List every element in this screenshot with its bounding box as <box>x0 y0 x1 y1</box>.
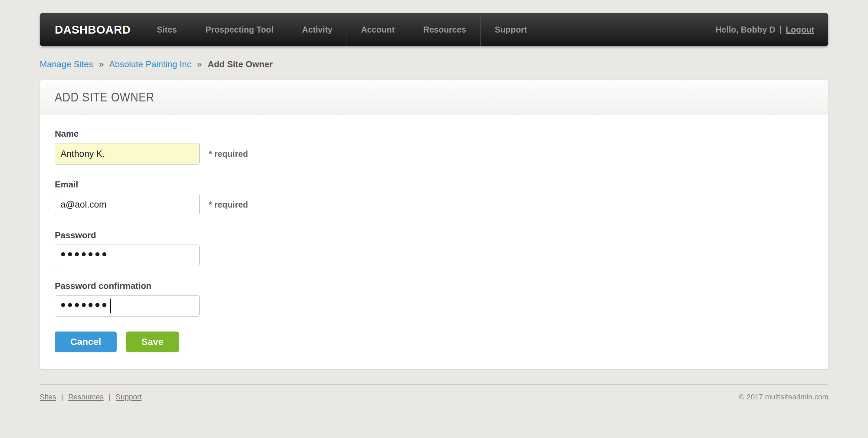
footer-link-support[interactable]: Support <box>116 393 142 401</box>
breadcrumb-manage-sites[interactable]: Manage Sites <box>40 59 93 69</box>
password-confirmation-mask-dots: ••••••• <box>61 298 108 312</box>
breadcrumb-site-name[interactable]: Absolute Painting Inc <box>109 59 191 69</box>
card-body: Name * required Email * required Passwor… <box>40 115 828 369</box>
copyright-text: © 2017 multisiteadmin.com <box>739 393 828 401</box>
form-buttons: Cancel Save <box>55 332 813 352</box>
password-label: Password <box>55 230 813 240</box>
name-required-note: * required <box>209 149 248 159</box>
email-label: Email <box>55 179 813 190</box>
nav-brand[interactable]: DASHBOARD <box>40 13 131 46</box>
form-group-name: Name * required <box>55 129 813 165</box>
footer-separator: | <box>61 393 63 401</box>
name-label: Name <box>55 129 813 139</box>
password-mask-dots: ••••••• <box>61 247 108 262</box>
breadcrumb-separator: » <box>197 59 202 69</box>
name-input[interactable] <box>55 143 200 165</box>
password-confirmation-input[interactable]: ••••••• <box>55 295 200 317</box>
footer-divider <box>40 384 828 384</box>
top-nav: DASHBOARD Sites Prospecting Tool Activit… <box>40 13 828 46</box>
form-group-email: Email * required <box>55 179 813 215</box>
nav-item-activity[interactable]: Activity <box>288 13 347 46</box>
footer-separator: | <box>108 393 111 401</box>
footer-links: Sites | Resources | Support <box>40 393 142 401</box>
add-site-owner-card: ADD SITE OWNER Name * required Email * r… <box>40 79 828 369</box>
save-button[interactable]: Save <box>126 332 179 352</box>
text-caret <box>110 299 111 313</box>
breadcrumb-separator: » <box>99 59 103 69</box>
nav-item-sites[interactable]: Sites <box>143 13 191 46</box>
greeting-separator: | <box>779 25 782 35</box>
nav-item-support[interactable]: Support <box>480 13 541 46</box>
form-group-password: Password ••••••• <box>55 230 813 266</box>
breadcrumb: Manage Sites » Absolute Painting Inc » A… <box>40 59 828 70</box>
form-group-password-confirmation: Password confirmation ••••••• <box>55 281 813 317</box>
card-title: ADD SITE OWNER <box>55 90 722 104</box>
logout-link[interactable]: Logout <box>786 25 814 35</box>
email-required-note: * required <box>209 200 248 210</box>
page-container: DASHBOARD Sites Prospecting Tool Activit… <box>40 13 828 401</box>
password-input[interactable]: ••••••• <box>55 244 200 266</box>
nav-item-resources[interactable]: Resources <box>409 13 480 46</box>
user-greeting: Hello, Bobby D <box>716 25 776 35</box>
nav-item-account[interactable]: Account <box>347 13 409 46</box>
nav-menu: Sites Prospecting Tool Activity Account … <box>143 13 541 46</box>
card-header: ADD SITE OWNER <box>40 80 828 115</box>
cancel-button[interactable]: Cancel <box>55 332 117 352</box>
breadcrumb-current-page: Add Site Owner <box>208 59 273 69</box>
footer: Sites | Resources | Support © 2017 multi… <box>40 393 828 401</box>
nav-user-area: Hello, Bobby D | Logout <box>716 13 828 46</box>
footer-link-resources[interactable]: Resources <box>68 393 103 401</box>
nav-item-prospecting-tool[interactable]: Prospecting Tool <box>191 13 287 46</box>
password-confirmation-label: Password confirmation <box>55 281 813 291</box>
footer-link-sites[interactable]: Sites <box>40 393 56 401</box>
email-input[interactable] <box>55 194 200 215</box>
